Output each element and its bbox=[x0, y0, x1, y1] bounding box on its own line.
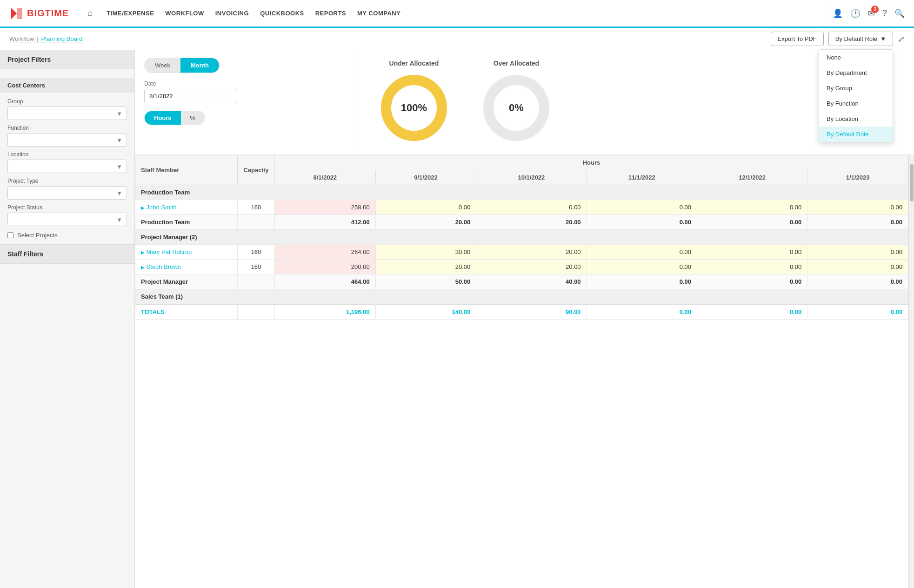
under-allocated-title: Under Allocated bbox=[389, 60, 439, 67]
breadcrumb-parent: Workflow bbox=[9, 35, 34, 42]
production-team-capacity bbox=[238, 215, 275, 230]
pm-capacity bbox=[238, 274, 275, 289]
planning-controls: Week Month Date Hours % Under Allocated bbox=[135, 50, 914, 155]
select-projects-checkbox[interactable] bbox=[7, 232, 13, 238]
project-type-select[interactable] bbox=[7, 186, 127, 200]
nav-my-company[interactable]: MY COMPANY bbox=[357, 8, 400, 19]
th-capacity: Capacity bbox=[238, 155, 275, 185]
production-col3: 20.00 bbox=[476, 215, 587, 230]
role-dropdown-menu: None By Department By Group By Function … bbox=[819, 49, 893, 142]
expand-arrow-icon: ▶ bbox=[141, 250, 145, 255]
location-label: Location bbox=[7, 151, 127, 158]
project-type-label: Project Type bbox=[7, 178, 127, 184]
production-team-label: Production Team bbox=[135, 215, 238, 230]
totals-col2: 140.00 bbox=[375, 304, 476, 320]
planning-table: Staff Member Capacity Hours 8/1/2022 9/1… bbox=[135, 155, 908, 320]
staff-name-john-smith[interactable]: ▶ John Smith bbox=[135, 200, 238, 215]
dropdown-option-group[interactable]: By Group bbox=[819, 80, 893, 96]
svg-marker-1 bbox=[17, 8, 22, 19]
over-allocated-pct: 0% bbox=[509, 102, 524, 114]
nav-reports[interactable]: REPORTS bbox=[315, 8, 346, 19]
nav-quickbooks[interactable]: QUICKBOOKS bbox=[260, 8, 304, 19]
home-icon[interactable]: ⌂ bbox=[87, 8, 93, 18]
clock-icon[interactable]: 🕐 bbox=[850, 8, 861, 19]
expand-arrow-icon: ▶ bbox=[141, 205, 145, 210]
project-filters-section: Project Filters Cost Centers Group ▼ Fun… bbox=[0, 50, 134, 245]
section-name-pm: Project Manager (2) bbox=[135, 230, 908, 245]
role-dropdown-label: By Default Role bbox=[835, 35, 877, 42]
location-select[interactable] bbox=[7, 160, 127, 173]
project-type-select-wrapper: ▼ bbox=[7, 186, 127, 200]
role-dropdown-container: By Default Role ▼ None By Department By … bbox=[828, 32, 893, 46]
under-allocated-donut: 100% bbox=[377, 71, 451, 145]
totals-label: TOTALS bbox=[135, 304, 238, 320]
production-col2: 20.00 bbox=[375, 215, 476, 230]
top-navigation: BIGTIME ⌂ TIME/EXPENSE WORKFLOW INVOICIN… bbox=[0, 0, 914, 28]
nav-invoicing[interactable]: INVOICING bbox=[215, 8, 249, 19]
under-allocated-chart: Under Allocated 100% bbox=[377, 60, 451, 145]
expand-icon[interactable]: ⤢ bbox=[898, 34, 905, 44]
section-name-production: Production Team bbox=[135, 185, 908, 200]
dropdown-chevron-icon: ▼ bbox=[880, 35, 886, 42]
th-col1: 8/1/2022 bbox=[275, 170, 376, 185]
scroll-thumb[interactable] bbox=[910, 164, 914, 201]
dropdown-option-function[interactable]: By Function bbox=[819, 96, 893, 111]
col2-john-smith: 0.00 bbox=[375, 200, 476, 215]
week-toggle-button[interactable]: Week bbox=[145, 58, 180, 73]
nav-time-expense[interactable]: TIME/EXPENSE bbox=[107, 8, 154, 19]
col1-mary-holtrop: 264.00 bbox=[275, 245, 376, 260]
function-select-wrapper: ▼ bbox=[7, 133, 127, 147]
date-input[interactable] bbox=[144, 89, 237, 103]
export-pdf-button[interactable]: Export To PDF bbox=[771, 32, 824, 46]
role-dropdown-button[interactable]: By Default Role ▼ bbox=[828, 32, 893, 46]
nav-right-icons: 👤 🕐 ✉ 3 ? 🔍 bbox=[825, 7, 905, 20]
group-select-wrapper: ▼ bbox=[7, 107, 127, 120]
totals-col4: 0.00 bbox=[587, 304, 697, 320]
function-select[interactable] bbox=[7, 133, 127, 147]
col3-steph-brown: 20.00 bbox=[476, 260, 587, 274]
breadcrumb: Workflow | Planning Board bbox=[9, 35, 83, 43]
dropdown-option-location[interactable]: By Location bbox=[819, 111, 893, 127]
col1-john-smith: 258.00 bbox=[275, 200, 376, 215]
search-icon[interactable]: 🔍 bbox=[894, 8, 905, 19]
th-col5: 12/1/2022 bbox=[697, 170, 807, 185]
col2-mary-holtrop: 30.00 bbox=[375, 245, 476, 260]
pm-col3: 40.00 bbox=[476, 274, 587, 289]
capacity-john-smith: 160 bbox=[238, 200, 275, 215]
col2-steph-brown: 20.00 bbox=[375, 260, 476, 274]
group-select[interactable] bbox=[7, 107, 127, 120]
month-toggle-button[interactable]: Month bbox=[180, 58, 219, 73]
th-col4: 11/1/2022 bbox=[587, 170, 697, 185]
staff-name-mary-holtrop[interactable]: ▶ Mary Pat Holtrop bbox=[135, 245, 238, 260]
vertical-scrollbar[interactable] bbox=[908, 155, 914, 588]
logo[interactable]: BIGTIME bbox=[9, 6, 69, 21]
hours-toggle-button[interactable]: Hours bbox=[145, 111, 181, 125]
section-header-production: Production Team bbox=[135, 185, 908, 200]
capacity-steph-brown: 160 bbox=[238, 260, 275, 274]
production-col4: 0.00 bbox=[587, 215, 697, 230]
user-icon[interactable]: 👤 bbox=[833, 8, 843, 19]
staff-name-steph-brown[interactable]: ▶ Steph Brown bbox=[135, 260, 238, 274]
mail-icon[interactable]: ✉ 3 bbox=[868, 8, 875, 19]
breadcrumb-separator: | bbox=[37, 35, 38, 42]
col5-mary-holtrop: 0.00 bbox=[697, 245, 807, 260]
dropdown-option-none[interactable]: None bbox=[819, 50, 893, 65]
breadcrumb-current[interactable]: Planning Board bbox=[41, 35, 83, 42]
nav-workflow[interactable]: WORKFLOW bbox=[165, 8, 204, 19]
dropdown-option-default-role[interactable]: By Default Role bbox=[819, 127, 893, 142]
over-allocated-donut: 0% bbox=[479, 71, 554, 145]
totals-row-production: Production Team 412.00 20.00 20.00 0.00 … bbox=[135, 215, 908, 230]
help-icon[interactable]: ? bbox=[882, 8, 887, 18]
dropdown-option-department[interactable]: By Department bbox=[819, 65, 893, 80]
pm-col5: 0.00 bbox=[697, 274, 807, 289]
col6-john-smith: 0.00 bbox=[807, 200, 908, 215]
th-col2: 9/1/2022 bbox=[375, 170, 476, 185]
mail-badge: 3 bbox=[871, 6, 879, 13]
col1-steph-brown: 200.00 bbox=[275, 260, 376, 274]
table-wrapper[interactable]: Staff Member Capacity Hours 8/1/2022 9/1… bbox=[135, 155, 908, 588]
project-status-select[interactable] bbox=[7, 213, 127, 226]
percent-toggle-button[interactable]: % bbox=[181, 111, 205, 125]
production-col1: 412.00 bbox=[275, 215, 376, 230]
select-projects-label[interactable]: Select Projects bbox=[17, 232, 58, 239]
date-label: Date bbox=[144, 80, 348, 87]
